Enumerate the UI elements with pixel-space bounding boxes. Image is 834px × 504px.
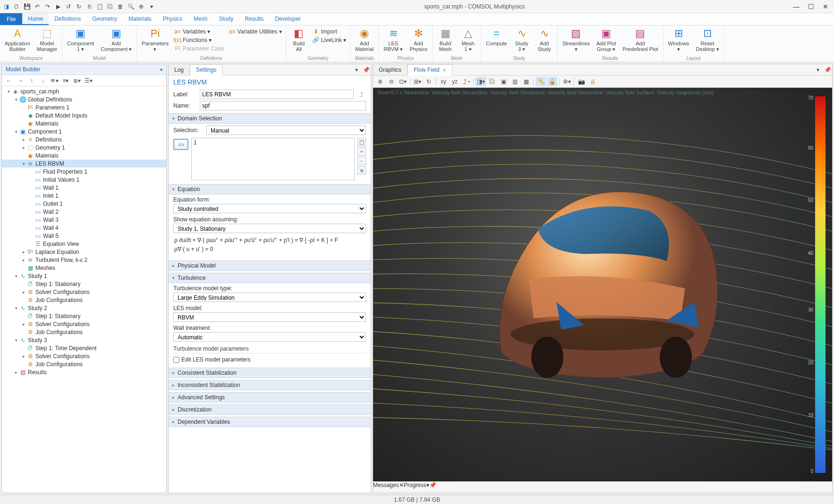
les-rbvm-button[interactable]: ≋LES RBVM ▾ xyxy=(381,26,406,53)
measure-icon[interactable]: 📏 xyxy=(536,77,546,86)
parameters-button[interactable]: PiParameters ▾ xyxy=(139,26,171,53)
minimize-button[interactable]: — xyxy=(793,3,800,10)
zoom-icon[interactable]: ⊕ xyxy=(137,2,145,11)
chevron-down-icon[interactable]: ▾ xyxy=(813,64,823,75)
zoom-selection-icon[interactable]: ⊕ xyxy=(357,166,366,175)
selection-list-item[interactable]: 1 xyxy=(194,139,197,146)
pin-icon[interactable]: 📌 xyxy=(823,64,832,75)
build-mesh-button[interactable]: ▦Build Mesh xyxy=(434,26,456,53)
forward-icon[interactable]: → xyxy=(16,76,25,85)
down-icon[interactable]: ↓ xyxy=(39,76,47,85)
component1-button[interactable]: ▣Component 1 ▾ xyxy=(64,26,97,53)
paste-icon[interactable]: 📋 xyxy=(95,2,104,11)
rotate-icon[interactable]: ↻ xyxy=(424,77,434,86)
tree-node[interactable]: ▾▣Component 1 xyxy=(2,127,166,135)
zoom-box-icon[interactable]: ⊞▾ xyxy=(412,77,423,86)
tab-study[interactable]: Study xyxy=(213,13,239,25)
close-icon[interactable]: ✕ xyxy=(399,482,404,488)
tree-node[interactable]: ▭Outlet 1 xyxy=(2,200,166,208)
tree-node[interactable]: ⚙Job Configurations xyxy=(2,296,166,304)
tab-settings[interactable]: Settings xyxy=(190,64,222,76)
variables-button[interactable]: a=Variables ▾ xyxy=(172,27,226,36)
view-go-icon[interactable]: ⮥▾ xyxy=(461,77,471,86)
tab-developer[interactable]: Developer xyxy=(269,13,306,25)
consistent-stabilization-section[interactable]: ▸Consistent Stabilization xyxy=(169,368,371,378)
file-tab[interactable]: File xyxy=(0,13,22,25)
pin-icon[interactable]: 📌 xyxy=(429,482,436,493)
add-physics-button[interactable]: ✻Add Physics xyxy=(407,26,430,53)
domain-selection-section[interactable]: ▾Domain Selection xyxy=(169,113,371,124)
tree-node[interactable]: ▾∿Study 2 xyxy=(2,304,166,312)
redo-icon[interactable]: ↷ xyxy=(43,2,52,11)
expand-icon[interactable]: ≣▾ xyxy=(73,76,81,85)
label-input[interactable] xyxy=(200,90,354,99)
equation-section[interactable]: ▾Equation xyxy=(169,184,371,194)
tree-node[interactable]: ▸⚙Solver Configurations xyxy=(2,320,166,328)
list-icon[interactable]: ☰▾ xyxy=(84,76,93,85)
tree-node[interactable]: ▸⚙Solver Configurations xyxy=(2,288,166,296)
tab-mesh[interactable]: Mesh xyxy=(188,13,213,25)
application-builder-button[interactable]: AApplication Builder xyxy=(2,26,33,53)
inconsistent-stabilization-section[interactable]: ▸Inconsistent Stabilization xyxy=(169,380,371,390)
tree-node[interactable]: ◆Default Model Inputs xyxy=(2,111,166,119)
tree-node[interactable]: ▸≡Definitions xyxy=(2,135,166,143)
tree-node[interactable]: ▸⬚Geometry 1 xyxy=(2,143,166,151)
tab-physics[interactable]: Physics xyxy=(157,13,188,25)
tree-node[interactable]: ▾≋LES RBVM xyxy=(2,160,166,168)
select-icon[interactable]: ◨▾ xyxy=(476,77,486,86)
find-icon[interactable]: 🔍 xyxy=(127,2,135,11)
tree-node[interactable]: ⚙Job Configurations xyxy=(2,360,166,368)
livelink-button[interactable]: 🔗LiveLink ▾ xyxy=(311,36,348,44)
view-xy-icon[interactable]: xy xyxy=(438,77,449,86)
zoom-out-icon[interactable]: ⊖ xyxy=(386,77,397,86)
equation-form-dropdown[interactable]: Study controlled xyxy=(173,204,366,213)
paste-selection-icon[interactable]: 📋 xyxy=(357,138,366,146)
advanced-settings-section[interactable]: ▸Advanced Settings xyxy=(169,392,371,403)
up-icon[interactable]: ↑ xyxy=(27,76,36,85)
pin-icon[interactable]: 📌 xyxy=(361,64,371,75)
tree-node[interactable]: ▾∿Study 1 xyxy=(2,272,166,280)
wireframe-icon[interactable]: ▦ xyxy=(521,77,531,86)
remove-selection-icon[interactable]: − xyxy=(357,157,366,165)
qat-dropdown-icon[interactable]: ▾ xyxy=(147,2,156,11)
build-all-button[interactable]: ◧Build All xyxy=(288,26,310,53)
mesh1-button[interactable]: △Mesh 1 ▾ xyxy=(457,26,479,53)
zoom-ext-icon[interactable]: ⊡▾ xyxy=(398,77,408,86)
copy-view-icon[interactable]: ⿻ xyxy=(487,77,497,86)
model-tree[interactable]: ▾◈sports_car.mph ▾🌐Global DefinitionsPiP… xyxy=(2,86,166,493)
functions-button[interactable]: f(x)Functions ▾ xyxy=(172,36,226,44)
tree-node[interactable]: ▾∿Study 3 xyxy=(2,336,166,344)
tree-node-root[interactable]: ▾◈sports_car.mph xyxy=(2,87,166,95)
tree-node[interactable]: ▾🌐Global Definitions xyxy=(2,95,166,103)
turbulence-section[interactable]: ▾Turbulence xyxy=(169,273,371,283)
undo-icon[interactable]: ↶ xyxy=(33,2,42,11)
camera-icon[interactable]: 📷 xyxy=(576,77,587,86)
add-material-button[interactable]: ◉Add Material xyxy=(352,26,376,53)
goto-icon[interactable]: ⮥ xyxy=(357,90,366,99)
duplicate-icon[interactable]: ⿻ xyxy=(106,2,114,11)
back-icon[interactable]: ↺ xyxy=(64,2,73,11)
tree-node[interactable]: ▸∇²Laplace Equation xyxy=(2,248,166,256)
tab-definitions[interactable]: Definitions xyxy=(49,13,86,25)
model-manager-button[interactable]: ⬚Model Manager xyxy=(34,26,60,53)
tab-progress[interactable]: Progress xyxy=(404,482,426,493)
compute-button[interactable]: =Compute xyxy=(483,26,510,47)
lock-icon[interactable]: 🔒 xyxy=(547,77,557,86)
edit-les-checkbox[interactable] xyxy=(173,357,179,363)
print-icon[interactable]: 🖨 xyxy=(587,77,598,86)
wall-treatment-dropdown[interactable]: Automatic xyxy=(173,332,366,342)
add-component-button[interactable]: ▣Add Component ▾ xyxy=(98,26,135,53)
maximize-button[interactable]: ☐ xyxy=(808,3,814,10)
tree-node[interactable]: ⏱Step 1: Stationary xyxy=(2,312,166,320)
windows-button[interactable]: ⊞Windows ▾ xyxy=(665,26,692,53)
back-icon[interactable]: ← xyxy=(5,76,13,85)
tree-node[interactable]: ⏱Step 1: Stationary xyxy=(2,280,166,288)
tree-node[interactable]: ▭Fluid Properties 1 xyxy=(2,168,166,176)
save-icon[interactable]: 💾 xyxy=(23,2,31,11)
discretization-section[interactable]: ▸Discretization xyxy=(169,404,371,415)
parameter-case-button[interactable]: PiParameter Case xyxy=(172,44,226,53)
chevron-down-icon[interactable]: ▾ xyxy=(352,64,361,75)
forward-icon[interactable]: ↻ xyxy=(75,2,83,11)
tree-node[interactable]: ⏱Step 1: Time Dependent xyxy=(2,344,166,352)
tree-node[interactable]: ▭Wall 4 xyxy=(2,224,166,232)
